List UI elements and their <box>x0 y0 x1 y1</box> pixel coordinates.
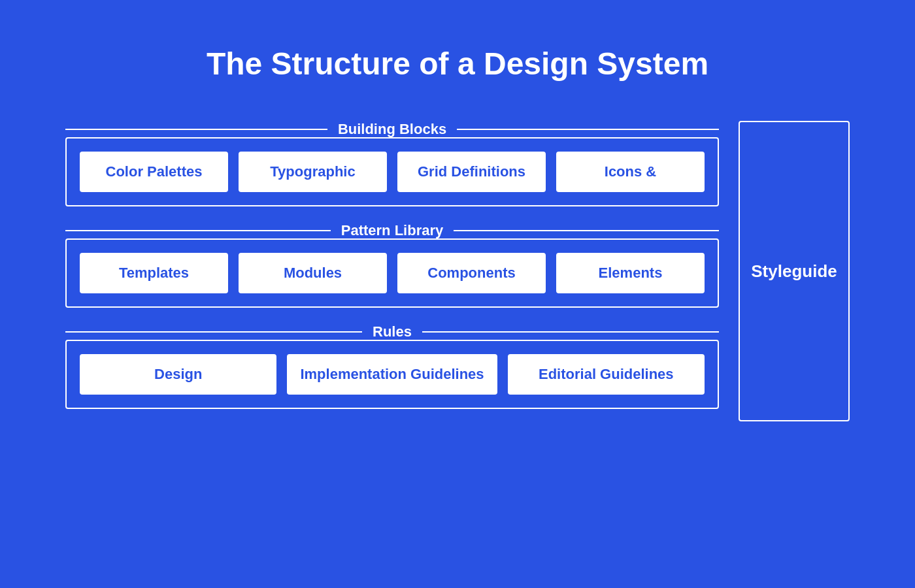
item-building-blocks-2: Grid Definitions <box>397 152 546 192</box>
group-box-rules: DesignImplementation GuidelinesEditorial… <box>65 340 719 409</box>
left-section: Building BlocksColor PalettesTypographic… <box>65 121 719 421</box>
group-label-text-rules: Rules <box>362 323 422 340</box>
group-line-right-building-blocks <box>457 129 719 130</box>
item-rules-0: Design <box>80 354 276 395</box>
group-building-blocks: Building BlocksColor PalettesTypographic… <box>65 121 719 206</box>
styleguide-label: Styleguide <box>751 261 837 282</box>
styleguide-box: Styleguide <box>739 121 850 421</box>
item-pattern-library-0: Templates <box>80 253 228 293</box>
item-building-blocks-1: Typographic <box>239 152 387 192</box>
group-line-right-pattern-library <box>454 230 719 231</box>
group-box-pattern-library: TemplatesModulesComponentsElements <box>65 238 719 308</box>
item-building-blocks-3: Icons & <box>556 152 705 192</box>
group-line-left-rules <box>65 331 362 333</box>
group-label-text-pattern-library: Pattern Library <box>331 222 454 239</box>
group-box-building-blocks: Color PalettesTypographicGrid Definition… <box>65 137 719 206</box>
group-label-row-rules: Rules <box>65 323 719 340</box>
group-line-left-building-blocks <box>65 129 327 130</box>
item-pattern-library-2: Components <box>397 253 546 293</box>
right-section: Styleguide <box>739 121 850 421</box>
group-label-row-building-blocks: Building Blocks <box>65 121 719 138</box>
group-pattern-library: Pattern LibraryTemplatesModulesComponent… <box>65 222 719 308</box>
group-line-right-rules <box>422 331 719 333</box>
group-line-left-pattern-library <box>65 230 331 231</box>
item-rules-2: Editorial Guidelines <box>508 354 705 395</box>
group-label-row-pattern-library: Pattern Library <box>65 222 719 239</box>
item-building-blocks-0: Color Palettes <box>80 152 228 192</box>
item-pattern-library-1: Modules <box>239 253 387 293</box>
group-rules: RulesDesignImplementation GuidelinesEdit… <box>65 323 719 409</box>
page-title: The Structure of a Design System <box>207 46 708 82</box>
item-pattern-library-3: Elements <box>556 253 705 293</box>
diagram-wrapper: Building BlocksColor PalettesTypographic… <box>65 121 850 421</box>
item-rules-1: Implementation Guidelines <box>287 354 497 395</box>
group-label-text-building-blocks: Building Blocks <box>327 121 457 138</box>
